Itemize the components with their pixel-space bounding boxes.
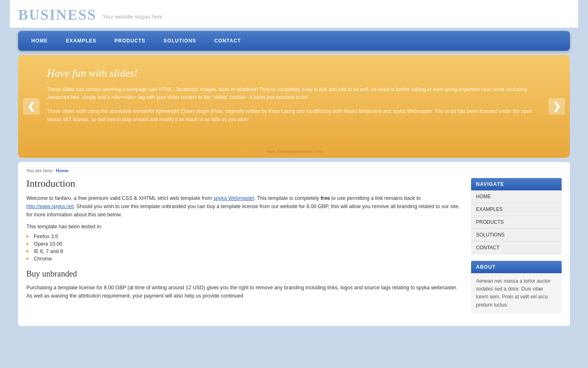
slider-watermark: www.thepsmanwebsite.com <box>266 149 322 154</box>
spyka-url-link[interactable]: http://www.spyka.net <box>26 204 74 209</box>
sidebar-nav-products[interactable]: PRODUCTS <box>471 216 562 229</box>
browser-firefox: Firefox 3.5 <box>26 233 463 240</box>
sidebar-nav-home[interactable]: HOME <box>471 190 562 203</box>
browser-ie: IE 6, 7 and 8 <box>26 248 463 255</box>
intro-bold: free <box>320 195 330 201</box>
sidebar-nav-contact[interactable]: CONTACT <box>471 241 562 254</box>
about-text: Aenean nec massa a tortor auctor sodales… <box>471 273 562 313</box>
intro-text-mid: . This template is completely <box>254 195 320 201</box>
nav-products[interactable]: PRODUCTS <box>105 32 154 49</box>
slider-next-button[interactable]: ❯ <box>548 98 565 115</box>
sidebar-nav-solutions[interactable]: SOLUTIONS <box>471 229 562 241</box>
nav-home[interactable]: HOME <box>22 32 57 49</box>
navigate-header: NAVIGATE <box>471 178 562 190</box>
slider-prev-button[interactable]: ❮ <box>23 98 40 115</box>
buy-paragraph: Purchasing a template license for 8.00 G… <box>26 284 463 300</box>
intro-text-start: Welcome to fanfaro, a free premium valid… <box>26 195 213 201</box>
slider-text1: These slides can contain anything a webp… <box>47 86 541 101</box>
slider-text2: These slides work using the absolutely w… <box>47 108 541 123</box>
intro-paragraph1: Welcome to fanfaro, a free premium valid… <box>26 194 463 219</box>
sidebar: NAVIGATE HOME EXAMPLES PRODUCTS SOLUTION… <box>471 178 562 320</box>
breadcrumb-home[interactable]: Home <box>56 168 69 173</box>
header: BUSINESS Your website slogan here <box>10 0 578 28</box>
breadcrumb: You are here: Home <box>26 168 562 173</box>
tested-text: This template has been tested in: <box>26 224 463 230</box>
browser-chrome: Chrome <box>26 255 463 263</box>
content-outer: You are here: Home Introduction Welcome … <box>18 162 570 326</box>
navigate-widget: NAVIGATE HOME EXAMPLES PRODUCTS SOLUTION… <box>471 178 562 254</box>
nav-contact[interactable]: CONTACT <box>205 32 250 49</box>
sidebar-nav-examples[interactable]: EXAMPLES <box>471 203 562 216</box>
browser-list: Firefox 3.5 Opera 10.00 IE 6, 7 and 8 Ch… <box>26 233 463 263</box>
site-slogan: Your website slogan here <box>103 14 163 20</box>
hero-slider: ❮ Have fun with slides! These slides can… <box>18 55 570 158</box>
about-header: ABOUT <box>471 261 562 273</box>
nav-examples[interactable]: EXAMPLES <box>57 32 105 49</box>
site-logo: BUSINESS <box>18 6 96 23</box>
main-content: Introduction Welcome to fanfaro, a free … <box>26 178 463 320</box>
slider-title: Have fun with slides! <box>47 67 541 80</box>
nav-solutions[interactable]: SOLUTIONS <box>154 32 205 49</box>
intro-text-final: . Should you wish to use this template u… <box>26 204 460 218</box>
buy-heading: Buy unbranded <box>26 269 463 279</box>
intro-text-end: to use permitting a link remains back to <box>330 195 420 201</box>
breadcrumb-prefix: You are here: <box>26 168 54 173</box>
spyka-link[interactable]: spyka Webmaster <box>213 195 254 201</box>
main-navigation: HOME EXAMPLES PRODUCTS SOLUTIONS CONTACT <box>18 31 570 51</box>
intro-heading: Introduction <box>26 178 463 189</box>
browser-opera: Opera 10.00 <box>26 240 463 248</box>
about-widget: ABOUT Aenean nec massa a tortor auctor s… <box>471 261 562 313</box>
